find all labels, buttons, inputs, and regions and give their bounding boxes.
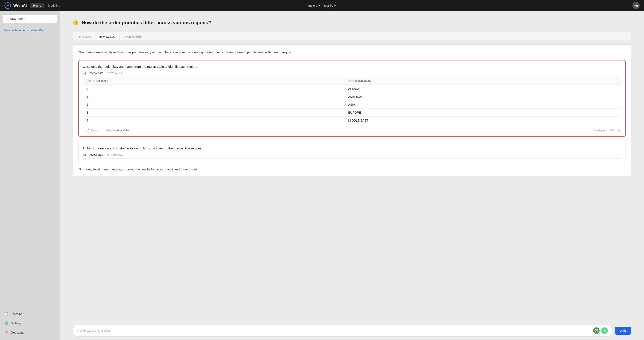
question-area: 🙂 How do the order priorities differ acr…	[73, 20, 631, 26]
sidebar: + New thread How do the order priorities…	[0, 11, 60, 340]
step-block-1: 1. Selects the region key and name from …	[78, 60, 626, 137]
query-input-wrapper[interactable]: Ask to explore your data 😊 ↻	[73, 325, 612, 337]
ask-button[interactable]: Ask	[615, 327, 631, 335]
preview-label: Prevew data	[88, 71, 103, 75]
collapse-icon: ⊙	[84, 129, 86, 132]
sql-label: View SQL	[111, 71, 123, 75]
footer-left: ⊙ Collapse ⬇ Download as CSV	[84, 129, 129, 132]
input-bar: Ask to explore your data 😊 ↻ Ask	[60, 321, 644, 340]
user-avatar[interactable]: WI	[632, 2, 640, 9]
download-csv-button[interactable]: ⬇ Download as CSV	[103, 129, 129, 132]
step-3-partial: 3. priority level in each region, orderi…	[78, 167, 626, 171]
org-selector[interactable]: my org ▾	[308, 4, 320, 7]
table-row: 0AFRICA	[83, 85, 621, 93]
answer-tab-label: Answer	[82, 35, 91, 38]
step-2-description: 2. Joins the nation and customer tables …	[83, 146, 621, 150]
table-row: 1AMERICA	[83, 93, 621, 100]
sidebar-item-support[interactable]: ❓ Get support	[2, 328, 57, 337]
main-layout: + New thread How do the order priorities…	[0, 11, 644, 340]
table-row: 4MIDDLE EAST	[83, 116, 621, 124]
sql-tab-label: View SQL	[103, 35, 116, 38]
settings-label: Settings	[11, 322, 22, 325]
cell-name: ASIA	[345, 100, 621, 108]
question-emoji-icon: 🙂	[73, 20, 79, 26]
org-selector-area: my org ▾ / test-bq ▾	[308, 4, 336, 7]
new-thread-button[interactable]: + New thread	[2, 14, 57, 23]
wren-logo-icon	[4, 2, 11, 9]
learning-label: Learning	[11, 312, 22, 316]
cell-name: AMERICA	[345, 93, 621, 100]
col-header-regionkey: 123 r_regionkey	[83, 77, 345, 85]
support-icon: ❓	[4, 330, 8, 335]
step-1-footer: ⊙ Collapse ⬇ Download as CSV Showing up …	[83, 126, 621, 132]
cell-key: 4	[83, 116, 345, 124]
sidebar-item-settings[interactable]: ⚙️ Settings	[2, 319, 57, 327]
step-1-sql-tab[interactable]: fx View SQL	[108, 71, 123, 75]
thread-text: How do the order priorities differ ...	[4, 29, 50, 32]
sidebar-bottom: 📋 Learning › ⚙️ Settings ❓ Get support	[2, 310, 57, 337]
chart-tab-icon: ◎	[124, 35, 126, 38]
cell-name: EUROPE	[345, 108, 621, 116]
step-2-sql-tab[interactable]: fx View SQL	[107, 153, 123, 156]
step-1-preview-tab[interactable]: 📊 Prevew data	[83, 71, 103, 75]
org-chevron-icon: ▾	[318, 4, 320, 7]
collapse-label: Collapse	[88, 129, 98, 132]
step-block-2: 2. Joins the nation and customer tables …	[78, 142, 626, 163]
emoji-icon-btn[interactable]: 😊	[593, 327, 600, 334]
step2-preview-icon: 📊	[83, 153, 86, 156]
logo-text: WrenAI	[13, 3, 27, 8]
thread-item[interactable]: How do the order priorities differ ... ⋯	[2, 26, 57, 34]
logo-area: WrenAI	[4, 2, 27, 9]
tab-chart[interactable]: ◎ Chart Beta	[120, 33, 146, 40]
view-sql-icon: fx	[108, 71, 110, 75]
project-name: test-bq	[324, 4, 333, 7]
settings-icon: ⚙️	[4, 321, 8, 325]
step-1-description: 1. Selects the region key and name from …	[83, 65, 621, 68]
main-content: 🙂 How do the order priorities differ acr…	[60, 11, 644, 340]
org-name: my org	[308, 4, 318, 7]
table-row: 2ASIA	[83, 100, 621, 108]
new-thread-label: New thread	[10, 17, 25, 20]
cell-key: 0	[83, 85, 345, 93]
step2-preview-label: Prevew data	[88, 153, 103, 156]
project-chevron-icon: ▾	[334, 4, 336, 7]
org-separator: /	[322, 4, 322, 7]
header: WrenAI Home Modeling my org ▾ / test-bq …	[0, 0, 644, 11]
col-header-regionname: A-Z region_name	[345, 77, 621, 85]
project-selector[interactable]: test-bq ▾	[324, 4, 336, 7]
sql-description: The query aims to analyze how order prio…	[78, 50, 626, 55]
thread-more-icon[interactable]: ⋯	[50, 28, 56, 32]
plus-icon: +	[6, 17, 8, 21]
beta-badge: Beta	[135, 35, 142, 38]
collapse-button[interactable]: ⊙ Collapse	[84, 129, 98, 132]
sql-tab-icon: ⊞	[99, 35, 102, 38]
download-icon: ⬇	[103, 129, 105, 132]
cell-key: 3	[83, 108, 345, 116]
cell-name: AFRICA	[345, 85, 621, 93]
chart-tab-label: Chart	[127, 35, 134, 38]
refresh-icon-btn[interactable]: ↻	[601, 327, 608, 334]
answer-tab-icon: ◎	[78, 35, 81, 38]
cell-key: 1	[83, 93, 345, 100]
support-label: Get support	[11, 331, 26, 334]
step-2-tabs: 📊 Prevew data fx View SQL	[83, 153, 621, 159]
tab-view-sql[interactable]: ⊞ View SQL	[95, 33, 120, 40]
nav-modeling-link[interactable]: Modeling	[48, 4, 60, 7]
step-1-table: 123 r_regionkey A-Z region_name	[83, 77, 621, 124]
step-2-preview-tab[interactable]: 📊 Prevew data	[83, 153, 103, 156]
download-label: Download as CSV	[106, 129, 129, 132]
showing-rows-text: Showing up to 500 rows	[593, 129, 620, 132]
nav-home-button[interactable]: Home	[30, 3, 44, 8]
tab-answer[interactable]: ◎ Answer	[74, 33, 95, 40]
preview-data-icon: 📊	[83, 71, 86, 75]
table-row: 3EUROPE	[83, 108, 621, 116]
sidebar-item-learning[interactable]: 📋 Learning ›	[2, 310, 57, 318]
svg-point-1	[7, 5, 8, 6]
chevron-right-icon: ›	[55, 313, 56, 316]
learning-icon: 📋	[4, 312, 8, 316]
cell-key: 2	[83, 100, 345, 108]
step2-sql-label: View SQL	[111, 153, 123, 156]
cell-name: MIDDLE EAST	[345, 116, 621, 124]
step-1-tabs: 📊 Prevew data fx View SQL	[83, 71, 621, 77]
tab-bar: ◎ Answer ⊞ View SQL ◎ Chart Beta	[73, 32, 631, 40]
